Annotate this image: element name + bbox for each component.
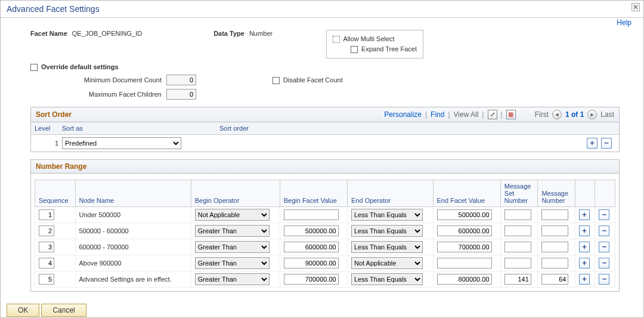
expand-tree-facet-label: Expand Tree Facet [361,45,417,53]
begin-value-input[interactable] [284,226,339,236]
add-row-button[interactable]: + [579,274,590,285]
begin-value-input[interactable] [284,242,339,252]
begin-value-input[interactable] [284,274,339,285]
close-icon[interactable]: ✕ [631,3,640,11]
min-doc-count-input[interactable] [166,75,196,85]
row-counter: 1 of 1 [565,110,584,119]
override-default-label: Override default settings [41,63,119,70]
col-sort-as: Sort as [58,122,216,134]
col-end-operator[interactable]: End Operator [348,180,434,207]
expand-tree-facet-checkbox[interactable] [351,46,358,53]
node-name-cell: Under 500000 [75,207,191,223]
msg-set-input[interactable] [504,274,531,285]
allow-multi-select-checkbox[interactable] [333,36,340,43]
end-value-input[interactable] [437,226,492,236]
col-sort-order: Sort order [216,122,619,134]
sort-order-title: Sort Order [36,110,72,119]
msg-set-input[interactable] [504,226,531,236]
zoom-icon[interactable]: ⤢ [488,110,497,119]
end-value-input[interactable] [437,209,492,220]
override-default-checkbox[interactable] [30,64,38,71]
find-link[interactable]: Find [431,110,444,119]
ok-button[interactable]: OK [7,304,39,317]
max-facet-children-input[interactable] [166,89,196,100]
table-row: 500000 - 600000Greater ThanLess Than Equ… [35,223,615,239]
col-msg-num[interactable]: Message Number [538,180,575,207]
begin-operator-select[interactable]: Greater Than [195,225,270,237]
add-row-button[interactable]: + [579,258,590,268]
add-row-button[interactable]: + [579,226,590,236]
begin-value-input[interactable] [284,209,339,220]
next-icon[interactable]: ► [587,110,597,119]
msg-set-input[interactable] [504,258,531,268]
delete-row-button[interactable]: − [601,138,612,149]
delete-row-button[interactable]: − [599,209,609,220]
msg-set-input[interactable] [504,242,531,252]
sort-as-select[interactable]: Predefined [62,137,181,149]
help-link[interactable]: Help [617,18,631,27]
end-operator-select[interactable]: Less Than Equals [351,225,423,237]
allow-multi-select-label: Allow Multi Select [343,35,394,42]
end-operator-select[interactable]: Less Than Equals [351,209,423,221]
col-node-name[interactable]: Node Name [75,180,191,207]
node-name-cell: Above 900000 [75,255,191,271]
msg-set-input[interactable] [504,209,531,220]
msg-num-input[interactable] [541,226,568,236]
delete-row-button[interactable]: − [599,226,609,236]
msg-num-input[interactable] [541,209,568,220]
table-row: Above 900000Greater ThanNot Applicable+− [35,255,615,271]
col-msg-set[interactable]: Message Set Number [500,180,538,207]
end-value-input[interactable] [437,274,492,285]
disable-facet-count-checkbox[interactable] [273,77,280,84]
disable-facet-count-label: Disable Facet Count [283,76,343,84]
msg-num-input[interactable] [541,274,568,285]
sequence-input[interactable] [39,209,54,220]
end-value-input[interactable] [437,242,492,252]
facet-name-value: QE_JOB_OPENING_ID [72,30,142,37]
end-operator-select[interactable]: Not Applicable [351,257,423,269]
begin-value-input[interactable] [284,258,339,268]
add-row-button[interactable]: + [579,209,590,220]
sequence-input[interactable] [39,274,54,285]
table-row: 600000 - 700000Greater ThanLess Than Equ… [35,239,615,255]
col-begin-operator[interactable]: Begin Operator [191,180,280,207]
begin-operator-select[interactable]: Greater Than [195,273,270,285]
col-sequence[interactable]: Sequence [35,180,76,207]
table-row: Under 500000Not ApplicableLess Than Equa… [35,207,615,223]
msg-num-input[interactable] [541,258,568,268]
col-end-value[interactable]: End Facet Value [433,180,500,207]
delete-row-button[interactable]: − [599,242,609,252]
sequence-input[interactable] [39,226,54,236]
msg-num-input[interactable] [541,242,568,252]
delete-row-button[interactable]: − [599,258,609,268]
table-row: Advanced Settings are in effect.Greater … [35,271,615,288]
add-row-button[interactable]: + [579,242,590,252]
facet-name-label: Facet Name [30,30,67,37]
sequence-input[interactable] [39,242,54,252]
begin-operator-select[interactable]: Greater Than [195,241,270,253]
first-link[interactable]: First [535,110,549,119]
data-type-label: Data Type [213,30,244,37]
col-begin-value[interactable]: Begin Facet Value [280,180,347,207]
level-value: 1 [35,140,62,147]
begin-operator-select[interactable]: Not Applicable [195,209,270,221]
prev-icon[interactable]: ◄ [552,110,562,119]
last-link[interactable]: Last [600,110,614,119]
delete-row-button[interactable]: − [599,274,609,285]
personalize-link[interactable]: Personalize [384,110,422,119]
add-row-button[interactable]: + [587,138,597,149]
sequence-input[interactable] [39,258,54,268]
number-range-title: Number Range [36,162,86,171]
end-operator-select[interactable]: Less Than Equals [351,273,423,285]
download-icon[interactable]: ▦ [506,110,516,119]
begin-operator-select[interactable]: Greater Than [195,257,270,269]
end-value-input[interactable] [437,258,492,268]
number-range-grid: Sequence Node Name Begin Operator Begin … [35,180,615,288]
view-all-link[interactable]: View All [454,110,479,119]
node-name-cell: 500000 - 600000 [75,223,191,239]
cancel-button[interactable]: Cancel [41,304,86,317]
node-name-cell: Advanced Settings are in effect. [75,271,191,288]
node-name-cell: 600000 - 700000 [75,239,191,255]
end-operator-select[interactable]: Less Than Equals [351,241,423,253]
max-facet-children-label: Maximum Facet Children [60,91,162,98]
